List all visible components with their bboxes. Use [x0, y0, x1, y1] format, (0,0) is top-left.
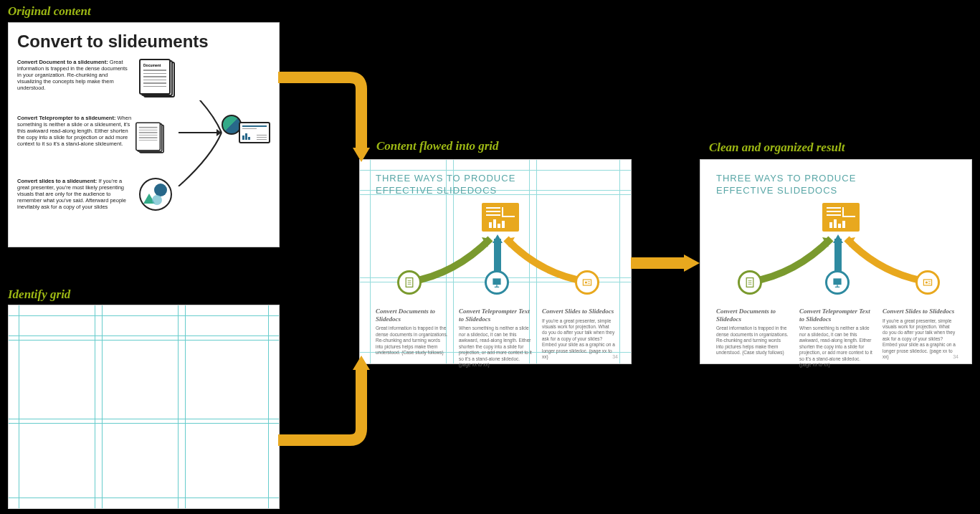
- slidedoc-title: THREE WAYS TO PRODUCEEFFECTIVE SLIDEDOCS: [376, 173, 615, 197]
- converge-arrow-icon: [168, 100, 232, 186]
- slidedoc-title: THREE WAYS TO PRODUCEEFFECTIVE SLIDEDOCS: [716, 173, 956, 197]
- grid-lines: [9, 305, 279, 508]
- doc-circle-icon: [397, 270, 422, 295]
- svg-point-12: [585, 281, 587, 283]
- svg-rect-14: [588, 283, 590, 284]
- original-title: Convert to slideuments: [17, 32, 270, 52]
- panel-original: Convert to slideuments Convert Document …: [8, 22, 280, 247]
- report-icon: [239, 122, 270, 143]
- panel-result: THREE WAYS TO PRODUCEEFFECTIVE SLIDEDOCS: [700, 159, 972, 364]
- svg-rect-28: [928, 283, 931, 284]
- svg-point-26: [926, 281, 928, 283]
- arrow-grid-to-flowed: [278, 351, 407, 452]
- svg-marker-29: [353, 148, 370, 162]
- block-teleprompter-text: Convert Teleprompter to a slideument: Wh…: [17, 115, 132, 147]
- slides-circle-icon: [915, 270, 940, 295]
- block-doc-text: Convert Document to a slideument: Great …: [17, 59, 132, 91]
- slidedoc-result: THREE WAYS TO PRODUCEEFFECTIVE SLIDEDOCS: [700, 160, 971, 363]
- svg-marker-32: [684, 254, 700, 272]
- doc-circle-icon: [738, 270, 762, 295]
- panel-flowed: THREE WAYS TO PRODUCEEFFECTIVE SLIDEDOCS: [359, 159, 632, 364]
- svg-rect-22: [833, 278, 841, 285]
- panel-grid: [8, 305, 280, 509]
- teleprompter-circle-icon: [825, 270, 850, 295]
- teleprompter-circle-icon: [485, 270, 509, 295]
- document-stack-icon: Document: [139, 59, 175, 98]
- svg-rect-8: [493, 278, 500, 285]
- svg-marker-30: [353, 356, 370, 370]
- label-grid: Identify grid: [8, 287, 70, 302]
- arrow-flowed-to-result: [631, 252, 703, 274]
- slidedoc-flowed: THREE WAYS TO PRODUCEEFFECTIVE SLIDEDOCS: [360, 160, 631, 363]
- slides-circle-icon: [575, 270, 599, 295]
- slides-circle-icon: [139, 178, 172, 211]
- label-result: Clean and organized result: [709, 141, 845, 155]
- block-slides-text: Convert slides to a slideument: If you'r…: [17, 178, 132, 210]
- teleprompter-stack-icon: [135, 123, 164, 154]
- label-original: Original content: [8, 4, 91, 19]
- arrow-original-to-flowed: [278, 72, 407, 172]
- svg-rect-27: [928, 281, 931, 282]
- svg-rect-13: [588, 281, 590, 282]
- page-number: 34: [612, 354, 618, 359]
- page-number: 34: [953, 354, 958, 359]
